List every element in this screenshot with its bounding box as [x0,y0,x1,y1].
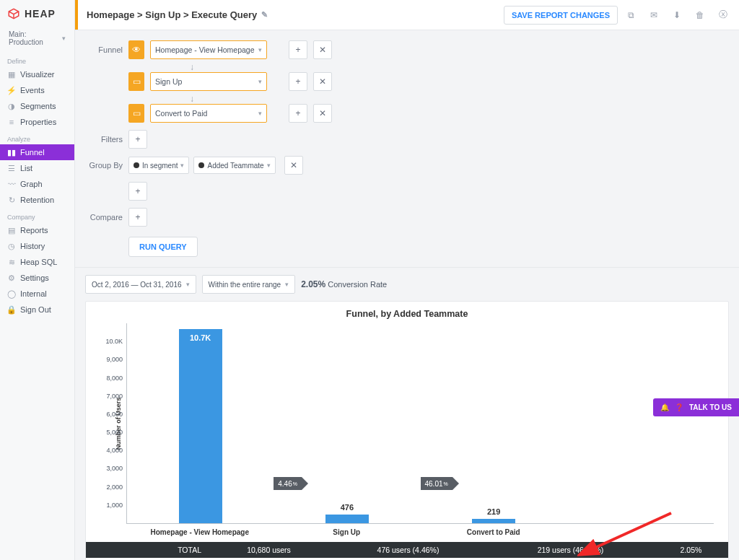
ytick: 7,000 [98,393,123,400]
nav-settings[interactable]: ⚙Settings [0,270,74,286]
conv-rate-label: Conversion Rate [328,280,387,289]
cell: 2.05% [654,542,728,558]
nav-visualizer[interactable]: ▦Visualizer [0,66,74,82]
content: Funnel 👁 Homepage - View Homepage▾ + ✕ ↓… [75,30,739,560]
bar-2[interactable]: 476 [325,515,369,523]
chevron-down-icon: ▾ [186,281,190,288]
date-range-dropdown[interactable]: Oct 2, 2016 — Oct 31, 2016▾ [85,275,196,294]
arrow-down-icon: ↓ [190,62,729,69]
history-icon: ◷ [7,242,16,250]
nav-list[interactable]: ☰List [0,160,74,176]
nav-retention[interactable]: ↻Retention [0,192,74,208]
signout-icon: 🔒 [7,305,16,314]
table-row-total: TOTAL 10,680 users 476 users (4.46%) 219… [86,542,728,558]
funnel-step-3[interactable]: Convert to Paid▾ [150,104,267,123]
bar-3[interactable]: 219 [472,519,515,523]
add-filter-button[interactable]: + [128,130,147,149]
graph-icon: 〰 [7,180,16,188]
remove-step-button[interactable]: ✕ [313,40,332,59]
segments-icon: ◑ [7,102,16,110]
bar-col-3: 46.01% 219 [421,323,567,523]
run-query-button[interactable]: RUN QUERY [128,237,198,257]
cell: TOTAL [86,542,209,558]
step-label: Sign Up [155,77,182,86]
conversion-rate: 2.05% Conversion Rate [301,279,387,289]
remove-step-button[interactable]: ✕ [313,72,332,91]
retention-icon: ↻ [7,196,16,204]
groupby-chip-segment[interactable]: In segment▾ [128,157,189,174]
nav-label: Settings [20,274,49,282]
heap-logo-icon [7,7,20,20]
filters-label: Filters [85,135,123,144]
header: Homepage > Sign Up > Execute Query ✎ SAV… [75,0,739,30]
nav-label: Heap SQL [20,258,57,266]
add-groupby-button[interactable]: + [128,182,147,201]
nav-funnel[interactable]: ▮▮Funnel [0,144,74,160]
add-step-button[interactable]: + [289,40,307,59]
bar-label: 10.7K [190,333,211,342]
sql-icon: ≋ [7,258,16,266]
logo: HEAP [0,0,74,25]
nav-label: Funnel [20,148,45,157]
eye-icon: 👁 [128,40,144,59]
compare-label: Compare [85,213,123,222]
chevron-down-icon: ▾ [285,281,289,288]
ytick: 3,000 [98,465,123,472]
cell: 219 users (46.01%) [487,542,654,558]
download-icon[interactable]: ⬇ [667,5,687,25]
chip-label: In segment [142,162,178,170]
section-company: Company [0,208,74,222]
properties-icon: ≡ [7,118,16,126]
gear-icon: ⚙ [7,274,16,282]
pencil-icon[interactable]: ✎ [261,10,268,19]
ytick: 8,000 [98,375,123,382]
groupby-chip-teammate[interactable]: Added Teammate▾ [193,157,275,174]
events-icon: ⚡ [7,86,16,95]
bar-label: 219 [487,507,500,516]
nav-segments[interactable]: ◑Segments [0,98,74,114]
nav-graph[interactable]: 〰Graph [0,176,74,192]
section-analyze: Analyze [0,130,74,144]
chart-area: Number of Users 10.0K 9,000 8,000 7,000 … [126,323,714,524]
add-step-button[interactable]: + [289,72,307,91]
talk-to-us-widget[interactable]: 🔔 ❓ TALK TO US [653,398,739,416]
add-step-button[interactable]: + [289,104,307,123]
x-label-3: Convert to Paid [420,524,567,542]
within-range-dropdown[interactable]: Within the entire range▾ [202,275,296,294]
nav-signout[interactable]: 🔒Sign Out [0,302,74,318]
page-icon: ▭ [128,72,144,91]
funnel-step-1[interactable]: Homepage - View Homepage▾ [150,40,267,59]
nav-heap-sql[interactable]: ≋Heap SQL [0,254,74,270]
ytick: 4,000 [98,447,123,454]
step-pct-2: 4.46% [274,477,302,490]
chevron-down-icon: ▾ [258,46,262,53]
nav-history[interactable]: ◷History [0,238,74,254]
internal-icon: ◯ [7,289,16,298]
copy-icon[interactable]: ⧉ [621,5,641,25]
nav-label: Events [20,86,45,95]
project-selector-label: Main: Production [9,30,62,46]
nav-label: Internal [20,289,47,298]
funnel-step-2[interactable]: Sign Up▾ [150,72,267,91]
nav-properties[interactable]: ≡Properties [0,114,74,130]
remove-step-button[interactable]: ✕ [313,104,332,123]
step-label: Homepage - View Homepage [155,45,255,54]
section-define: Define [0,52,74,66]
nav-label: Sign Out [20,305,51,314]
mail-icon[interactable]: ✉ [644,5,664,25]
nav-reports[interactable]: ▤Reports [0,222,74,238]
nav-events[interactable]: ⚡Events [0,82,74,98]
dot-icon [134,162,139,168]
nav-label: Segments [20,102,56,110]
add-compare-button[interactable]: + [128,208,147,227]
project-selector[interactable]: Main: Production ▾ [4,27,70,49]
step-pct-3: 46.01% [421,477,452,490]
close-icon[interactable]: ⓧ [713,5,733,25]
save-report-button[interactable]: SAVE REPORT CHANGES [504,6,618,25]
nav-internal[interactable]: ◯Internal [0,286,74,302]
trash-icon[interactable]: 🗑 [690,5,710,25]
step-label: Convert to Paid [155,109,207,118]
remove-groupby-button[interactable]: ✕ [284,156,303,175]
bar-1[interactable]: 10.7K [179,329,222,523]
funnel-label: Funnel [85,45,123,54]
